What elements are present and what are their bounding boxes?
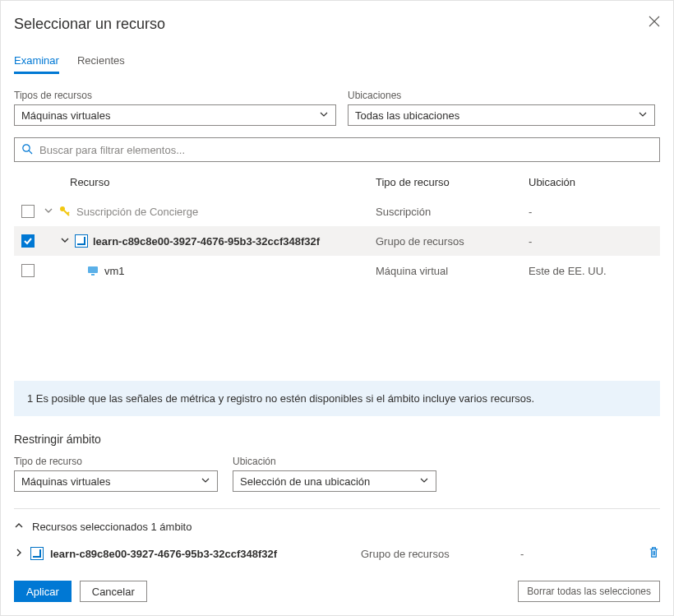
resource-types-label: Tipos de recursos — [14, 90, 336, 101]
scope-rt-value: Máquinas virtuales — [21, 475, 110, 488]
svg-rect-2 — [88, 266, 98, 273]
locations-label: Ubicaciones — [348, 90, 655, 101]
chevron-down-icon — [201, 475, 210, 488]
apply-button[interactable]: Aplicar — [14, 581, 72, 602]
delete-button[interactable] — [648, 546, 660, 561]
selected-item-name: learn-c89c8e00-3927-4676-95b3-32ccf348f3… — [50, 548, 354, 560]
vm-icon — [86, 264, 99, 277]
row-location: - — [529, 206, 660, 218]
locations-value: Todas las ubicaciones — [355, 109, 459, 122]
selected-item-location: - — [520, 548, 641, 560]
row-type: Máquina virtual — [376, 265, 529, 277]
chevron-down-icon — [419, 475, 429, 488]
collapse-toggle[interactable] — [14, 521, 24, 533]
resource-types-dropdown[interactable]: Máquinas virtuales — [14, 104, 336, 126]
search-icon — [21, 143, 33, 157]
row-checkbox[interactable] — [21, 234, 35, 248]
table-row[interactable]: Suscripción de Concierge Suscripción - — [14, 197, 660, 226]
scope-location-dropdown[interactable]: Selección de una ubicación — [233, 470, 436, 492]
scope-loc-value: Selección de una ubicación — [240, 475, 370, 488]
column-resource: Recurso — [42, 176, 376, 188]
chevron-down-icon — [638, 109, 648, 122]
resource-group-icon — [30, 547, 44, 560]
close-button[interactable] — [649, 16, 660, 30]
row-type: Suscripción — [376, 206, 529, 218]
search-box[interactable] — [14, 137, 660, 162]
row-name: vm1 — [104, 265, 125, 277]
table-row[interactable]: vm1 Máquina virtual Este de EE. UU. — [14, 256, 660, 285]
selected-resources-header: Recursos seleccionados 1 ámbito — [32, 521, 192, 533]
resource-types-value: Máquinas virtuales — [21, 109, 110, 122]
row-checkbox[interactable] — [21, 264, 35, 277]
scope-resource-type-dropdown[interactable]: Máquinas virtuales — [14, 470, 218, 492]
locations-dropdown[interactable]: Todas las ubicaciones — [348, 104, 655, 126]
tab-recent[interactable]: Recientes — [77, 54, 125, 74]
resource-group-icon — [75, 234, 88, 248]
restrict-scope-title: Restringir ámbito — [14, 433, 660, 446]
svg-rect-3 — [91, 274, 95, 276]
chevron-down-icon — [319, 109, 329, 122]
expand-toggle[interactable] — [44, 206, 53, 218]
expand-toggle[interactable] — [60, 235, 70, 248]
panel-title: Seleccionar un recurso — [14, 16, 165, 33]
key-icon — [58, 205, 72, 218]
row-type: Grupo de recursos — [376, 235, 529, 248]
info-banner: 1 Es posible que las señales de métrica … — [14, 381, 660, 416]
scope-loc-label: Ubicación — [233, 456, 436, 467]
row-location: - — [529, 235, 660, 248]
row-checkbox[interactable] — [21, 205, 35, 218]
expand-toggle[interactable] — [14, 548, 24, 560]
search-input[interactable] — [39, 144, 653, 156]
row-name: Suscripción de Concierge — [76, 206, 198, 218]
table-row[interactable]: learn-c89c8e00-3927-4676-95b3-32ccf348f3… — [14, 226, 660, 256]
selected-item-row: learn-c89c8e00-3927-4676-95b3-32ccf348f3… — [14, 546, 660, 561]
selected-item-type: Grupo de recursos — [361, 548, 514, 560]
tab-browse[interactable]: Examinar — [14, 54, 59, 74]
column-location: Ubicación — [529, 176, 660, 188]
cancel-button[interactable]: Cancelar — [80, 581, 147, 602]
column-type: Tipo de recurso — [376, 176, 529, 188]
svg-point-0 — [23, 144, 30, 151]
clear-all-selections-button[interactable]: Borrar todas las selecciones — [518, 581, 660, 602]
row-name: learn-c89c8e00-3927-4676-95b3-32ccf348f3… — [93, 235, 320, 248]
row-location: Este de EE. UU. — [529, 265, 660, 277]
scope-rt-label: Tipo de recurso — [14, 456, 218, 467]
